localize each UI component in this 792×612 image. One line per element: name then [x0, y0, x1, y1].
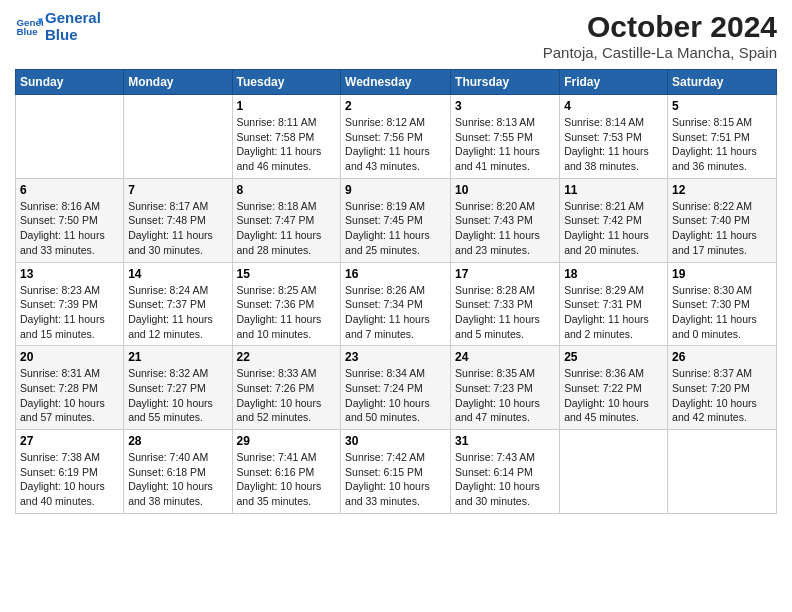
- week-row-4: 20Sunrise: 8:31 AM Sunset: 7:28 PM Dayli…: [16, 346, 777, 430]
- day-info: Sunrise: 8:30 AM Sunset: 7:30 PM Dayligh…: [672, 283, 772, 342]
- day-info: Sunrise: 7:41 AM Sunset: 6:16 PM Dayligh…: [237, 450, 337, 509]
- calendar-body: 1Sunrise: 8:11 AM Sunset: 7:58 PM Daylig…: [16, 95, 777, 514]
- calendar-cell: 28Sunrise: 7:40 AM Sunset: 6:18 PM Dayli…: [124, 430, 232, 514]
- logo-line2: Blue: [45, 27, 101, 44]
- calendar-title: October 2024: [543, 10, 777, 44]
- day-number: 14: [128, 267, 227, 281]
- weekday-header-friday: Friday: [560, 70, 668, 95]
- day-number: 2: [345, 99, 446, 113]
- logo-line1: General: [45, 10, 101, 27]
- calendar-cell: 3Sunrise: 8:13 AM Sunset: 7:55 PM Daylig…: [451, 95, 560, 179]
- day-number: 31: [455, 434, 555, 448]
- week-row-1: 1Sunrise: 8:11 AM Sunset: 7:58 PM Daylig…: [16, 95, 777, 179]
- day-info: Sunrise: 8:34 AM Sunset: 7:24 PM Dayligh…: [345, 366, 446, 425]
- weekday-header-tuesday: Tuesday: [232, 70, 341, 95]
- day-number: 13: [20, 267, 119, 281]
- page-header: General Blue General Blue October 2024 P…: [15, 10, 777, 61]
- day-info: Sunrise: 8:12 AM Sunset: 7:56 PM Dayligh…: [345, 115, 446, 174]
- day-number: 26: [672, 350, 772, 364]
- day-info: Sunrise: 8:20 AM Sunset: 7:43 PM Dayligh…: [455, 199, 555, 258]
- day-info: Sunrise: 8:35 AM Sunset: 7:23 PM Dayligh…: [455, 366, 555, 425]
- day-info: Sunrise: 8:26 AM Sunset: 7:34 PM Dayligh…: [345, 283, 446, 342]
- day-info: Sunrise: 8:16 AM Sunset: 7:50 PM Dayligh…: [20, 199, 119, 258]
- calendar-cell: 26Sunrise: 8:37 AM Sunset: 7:20 PM Dayli…: [668, 346, 777, 430]
- calendar-cell: 6Sunrise: 8:16 AM Sunset: 7:50 PM Daylig…: [16, 178, 124, 262]
- calendar-cell: 8Sunrise: 8:18 AM Sunset: 7:47 PM Daylig…: [232, 178, 341, 262]
- day-number: 21: [128, 350, 227, 364]
- calendar-cell: 31Sunrise: 7:43 AM Sunset: 6:14 PM Dayli…: [451, 430, 560, 514]
- weekday-header-monday: Monday: [124, 70, 232, 95]
- day-info: Sunrise: 8:22 AM Sunset: 7:40 PM Dayligh…: [672, 199, 772, 258]
- calendar-cell: 1Sunrise: 8:11 AM Sunset: 7:58 PM Daylig…: [232, 95, 341, 179]
- weekday-header-saturday: Saturday: [668, 70, 777, 95]
- day-number: 23: [345, 350, 446, 364]
- day-number: 6: [20, 183, 119, 197]
- day-number: 7: [128, 183, 227, 197]
- calendar-cell: [668, 430, 777, 514]
- day-info: Sunrise: 7:38 AM Sunset: 6:19 PM Dayligh…: [20, 450, 119, 509]
- day-number: 25: [564, 350, 663, 364]
- calendar-cell: 7Sunrise: 8:17 AM Sunset: 7:48 PM Daylig…: [124, 178, 232, 262]
- day-number: 29: [237, 434, 337, 448]
- svg-text:Blue: Blue: [16, 26, 38, 37]
- calendar-cell: [560, 430, 668, 514]
- day-info: Sunrise: 8:17 AM Sunset: 7:48 PM Dayligh…: [128, 199, 227, 258]
- day-number: 12: [672, 183, 772, 197]
- day-info: Sunrise: 8:21 AM Sunset: 7:42 PM Dayligh…: [564, 199, 663, 258]
- day-number: 19: [672, 267, 772, 281]
- calendar-cell: 25Sunrise: 8:36 AM Sunset: 7:22 PM Dayli…: [560, 346, 668, 430]
- day-info: Sunrise: 8:23 AM Sunset: 7:39 PM Dayligh…: [20, 283, 119, 342]
- day-info: Sunrise: 8:25 AM Sunset: 7:36 PM Dayligh…: [237, 283, 337, 342]
- day-number: 1: [237, 99, 337, 113]
- calendar-cell: 5Sunrise: 8:15 AM Sunset: 7:51 PM Daylig…: [668, 95, 777, 179]
- calendar-cell: 21Sunrise: 8:32 AM Sunset: 7:27 PM Dayli…: [124, 346, 232, 430]
- week-row-5: 27Sunrise: 7:38 AM Sunset: 6:19 PM Dayli…: [16, 430, 777, 514]
- calendar-subtitle: Pantoja, Castille-La Mancha, Spain: [543, 44, 777, 61]
- calendar-cell: 10Sunrise: 8:20 AM Sunset: 7:43 PM Dayli…: [451, 178, 560, 262]
- calendar-cell: 24Sunrise: 8:35 AM Sunset: 7:23 PM Dayli…: [451, 346, 560, 430]
- calendar-cell: 20Sunrise: 8:31 AM Sunset: 7:28 PM Dayli…: [16, 346, 124, 430]
- calendar-cell: 12Sunrise: 8:22 AM Sunset: 7:40 PM Dayli…: [668, 178, 777, 262]
- calendar-cell: 22Sunrise: 8:33 AM Sunset: 7:26 PM Dayli…: [232, 346, 341, 430]
- day-number: 24: [455, 350, 555, 364]
- weekday-header-wednesday: Wednesday: [341, 70, 451, 95]
- calendar-cell: 23Sunrise: 8:34 AM Sunset: 7:24 PM Dayli…: [341, 346, 451, 430]
- calendar-cell: 9Sunrise: 8:19 AM Sunset: 7:45 PM Daylig…: [341, 178, 451, 262]
- calendar-cell: [16, 95, 124, 179]
- calendar-cell: 2Sunrise: 8:12 AM Sunset: 7:56 PM Daylig…: [341, 95, 451, 179]
- calendar-cell: 29Sunrise: 7:41 AM Sunset: 6:16 PM Dayli…: [232, 430, 341, 514]
- day-info: Sunrise: 7:40 AM Sunset: 6:18 PM Dayligh…: [128, 450, 227, 509]
- day-number: 10: [455, 183, 555, 197]
- day-number: 9: [345, 183, 446, 197]
- week-row-2: 6Sunrise: 8:16 AM Sunset: 7:50 PM Daylig…: [16, 178, 777, 262]
- calendar-cell: 18Sunrise: 8:29 AM Sunset: 7:31 PM Dayli…: [560, 262, 668, 346]
- calendar-cell: 4Sunrise: 8:14 AM Sunset: 7:53 PM Daylig…: [560, 95, 668, 179]
- day-info: Sunrise: 8:14 AM Sunset: 7:53 PM Dayligh…: [564, 115, 663, 174]
- day-number: 17: [455, 267, 555, 281]
- day-number: 11: [564, 183, 663, 197]
- calendar-cell: 11Sunrise: 8:21 AM Sunset: 7:42 PM Dayli…: [560, 178, 668, 262]
- calendar-cell: 19Sunrise: 8:30 AM Sunset: 7:30 PM Dayli…: [668, 262, 777, 346]
- day-info: Sunrise: 7:43 AM Sunset: 6:14 PM Dayligh…: [455, 450, 555, 509]
- day-info: Sunrise: 8:18 AM Sunset: 7:47 PM Dayligh…: [237, 199, 337, 258]
- day-number: 18: [564, 267, 663, 281]
- day-info: Sunrise: 8:29 AM Sunset: 7:31 PM Dayligh…: [564, 283, 663, 342]
- day-info: Sunrise: 7:42 AM Sunset: 6:15 PM Dayligh…: [345, 450, 446, 509]
- logo: General Blue General Blue: [15, 10, 101, 43]
- day-info: Sunrise: 8:36 AM Sunset: 7:22 PM Dayligh…: [564, 366, 663, 425]
- logo-icon: General Blue: [15, 13, 43, 41]
- calendar-cell: 15Sunrise: 8:25 AM Sunset: 7:36 PM Dayli…: [232, 262, 341, 346]
- day-info: Sunrise: 8:24 AM Sunset: 7:37 PM Dayligh…: [128, 283, 227, 342]
- day-number: 16: [345, 267, 446, 281]
- weekday-header-row: SundayMondayTuesdayWednesdayThursdayFrid…: [16, 70, 777, 95]
- week-row-3: 13Sunrise: 8:23 AM Sunset: 7:39 PM Dayli…: [16, 262, 777, 346]
- weekday-header-sunday: Sunday: [16, 70, 124, 95]
- calendar-cell: 17Sunrise: 8:28 AM Sunset: 7:33 PM Dayli…: [451, 262, 560, 346]
- calendar-cell: 30Sunrise: 7:42 AM Sunset: 6:15 PM Dayli…: [341, 430, 451, 514]
- day-number: 27: [20, 434, 119, 448]
- day-info: Sunrise: 8:33 AM Sunset: 7:26 PM Dayligh…: [237, 366, 337, 425]
- calendar-cell: 16Sunrise: 8:26 AM Sunset: 7:34 PM Dayli…: [341, 262, 451, 346]
- day-number: 4: [564, 99, 663, 113]
- day-info: Sunrise: 8:11 AM Sunset: 7:58 PM Dayligh…: [237, 115, 337, 174]
- day-info: Sunrise: 8:13 AM Sunset: 7:55 PM Dayligh…: [455, 115, 555, 174]
